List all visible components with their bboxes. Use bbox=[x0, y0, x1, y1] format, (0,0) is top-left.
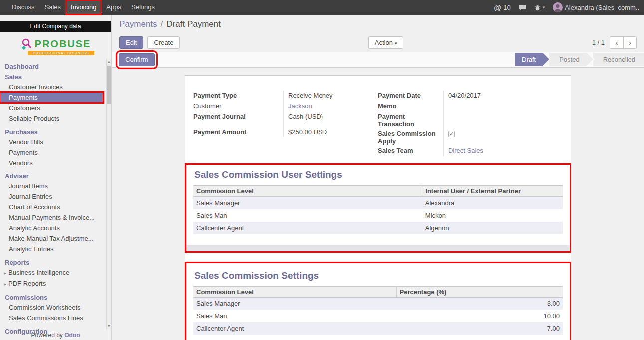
action-label: Action bbox=[375, 39, 393, 46]
debug-menu[interactable]: ▾ bbox=[534, 4, 545, 11]
menu-sales[interactable]: Sales bbox=[40, 0, 66, 15]
chevron-down-icon: ▾ bbox=[543, 5, 545, 10]
main-area: Payments / Draft Payment Edit Create Act… bbox=[112, 15, 644, 340]
user-cell[interactable]: Alexandra bbox=[422, 197, 563, 209]
customer-link[interactable]: Jackson bbox=[288, 102, 312, 110]
sidebar-item-make-manual-tax[interactable]: Make Manual Tax Adjustme... bbox=[0, 233, 111, 244]
pager-value: 1 / 1 bbox=[592, 39, 605, 46]
sidebar-item-commission-worksheets[interactable]: Commission Worksheets bbox=[0, 302, 111, 313]
sales-commission-settings-section: Sales Commission Settings Commission Lev… bbox=[185, 262, 571, 340]
sales-team-link[interactable]: Direct Sales bbox=[448, 147, 483, 154]
create-button[interactable]: Create bbox=[147, 36, 180, 49]
table-row[interactable]: Sales Manager Alexandra bbox=[193, 197, 563, 209]
sales-commission-apply-checkbox[interactable]: ✓ bbox=[448, 131, 455, 137]
breadcrumb: Payments / Draft Payment bbox=[112, 15, 644, 33]
user-menu[interactable]: Alexandra (Sales_comm.. bbox=[553, 2, 639, 12]
activity-menu[interactable]: @ 10 bbox=[494, 3, 511, 12]
sidebar-item-analytic-entries[interactable]: Analytic Entries bbox=[0, 244, 111, 254]
sidebar-item-journal-items[interactable]: Journal Items bbox=[0, 181, 111, 191]
commission-level-cell[interactable]: Sales Man bbox=[193, 310, 396, 322]
sidebar-item-chart-of-accounts[interactable]: Chart of Accounts bbox=[0, 202, 111, 212]
menu-invoicing[interactable]: Invoicing bbox=[66, 0, 101, 15]
top-navbar: Discuss Sales Invoicing Apps Settings @ … bbox=[0, 0, 644, 15]
sidebar-item-business-intelligence[interactable]: ▸Business Intelligence bbox=[0, 267, 111, 278]
percentage-cell[interactable]: 10.00 bbox=[396, 310, 563, 322]
sidebar-section-sales[interactable]: Sales bbox=[0, 73, 111, 82]
sidebar-item-customers[interactable]: Customers bbox=[0, 103, 111, 113]
sidebar-item-payments[interactable]: Payments bbox=[0, 92, 103, 103]
pager-previous-button[interactable]: ‹ bbox=[610, 36, 623, 49]
activity-count: 10 bbox=[503, 4, 510, 11]
menu-settings[interactable]: Settings bbox=[126, 0, 160, 15]
sidebar-item-dashboard[interactable]: Dashboard bbox=[0, 62, 111, 71]
commission-level-cell[interactable]: Sales Manager bbox=[193, 297, 396, 310]
sidebar-section-reports[interactable]: Reports bbox=[0, 258, 111, 267]
table-row[interactable]: Sales Man 10.00 bbox=[193, 310, 563, 322]
sidebar-section-purchases[interactable]: Purchases bbox=[0, 128, 111, 137]
percentage-cell[interactable]: 7.00 bbox=[396, 322, 563, 335]
column-header-commission-level[interactable]: Commission Level bbox=[193, 286, 396, 297]
user-settings-title: Sales Commission User Settings bbox=[194, 170, 563, 180]
commission-level-cell[interactable]: Callcenter Agent bbox=[193, 222, 422, 234]
breadcrumb-separator: / bbox=[161, 19, 163, 29]
sidebar-item-sellable-products[interactable]: Sellable Products bbox=[0, 113, 111, 124]
user-cell[interactable]: Mickon bbox=[422, 209, 563, 222]
table-header-row: Commission Level Percentage (%) bbox=[193, 286, 563, 297]
table-row[interactable]: Sales Manager 3.00 bbox=[193, 297, 563, 310]
status-draft[interactable]: Draft bbox=[515, 53, 543, 66]
commission-level-cell[interactable]: Sales Man bbox=[193, 209, 422, 222]
odoo-link[interactable]: Odoo bbox=[64, 332, 80, 339]
pager-next-button[interactable]: › bbox=[623, 36, 637, 49]
sales-commission-user-settings-section: Sales Commission User Settings Commissio… bbox=[185, 163, 571, 253]
sidebar-item-pdf-reports[interactable]: ▸PDF Reports bbox=[0, 278, 111, 289]
menu-discuss[interactable]: Discuss bbox=[7, 0, 40, 15]
percentage-cell[interactable]: 3.00 bbox=[396, 297, 563, 310]
scrollbar-thumb[interactable] bbox=[107, 66, 111, 104]
commission-level-cell[interactable]: Callcenter Agent bbox=[193, 322, 396, 335]
bug-icon bbox=[534, 4, 541, 11]
commission-level-cell[interactable]: Sales Manager bbox=[193, 197, 422, 209]
status-posted[interactable]: Posted bbox=[549, 53, 586, 66]
status-reconciled[interactable]: Reconciled bbox=[593, 53, 644, 66]
column-header-internal-user[interactable]: Internal User / External Partner bbox=[422, 186, 563, 197]
sidebar-item-manual-payments[interactable]: Manual Payments & Invoice... bbox=[0, 212, 111, 223]
scroll-down-icon[interactable]: ▼ bbox=[107, 323, 111, 329]
check-icon: ✓ bbox=[449, 131, 454, 137]
column-header-commission-level[interactable]: Commission Level bbox=[193, 186, 422, 197]
sidebar-item-customer-invoices[interactable]: Customer Invoices bbox=[0, 82, 111, 92]
user-settings-table: Commission Level Internal User / Externa… bbox=[193, 185, 563, 234]
table-row[interactable]: Callcenter Agent 7.00 bbox=[193, 322, 563, 335]
sidebar-item-vendor-bills[interactable]: Vendor Bills bbox=[0, 137, 111, 147]
avatar bbox=[553, 2, 563, 12]
sidebar-section-commissions[interactable]: Commissions bbox=[0, 293, 111, 302]
sidebar-item-sales-commissions-lines[interactable]: Sales Commissions Lines bbox=[0, 313, 111, 323]
action-dropdown-button[interactable]: Action▾ bbox=[368, 36, 404, 49]
sidebar-scrollbar[interactable]: ▲ ▼ bbox=[106, 59, 111, 329]
sidebar-item-analytic-accounts[interactable]: Analytic Accounts bbox=[0, 223, 111, 233]
edit-company-data-button[interactable]: Edit Company data bbox=[0, 21, 111, 32]
sidebar-item-journal-entries[interactable]: Journal Entries bbox=[0, 191, 111, 202]
payment-amount-value: $250.00 USD bbox=[283, 122, 378, 137]
powered-by-text: Powered by bbox=[31, 332, 62, 339]
breadcrumb-payments-link[interactable]: Payments bbox=[119, 19, 157, 29]
sidebar-item-purchase-payments[interactable]: Payments bbox=[0, 147, 111, 158]
user-cell[interactable]: Algenon bbox=[422, 222, 563, 234]
payment-type-label: Payment Type bbox=[193, 91, 283, 101]
table-row[interactable]: Callcenter Agent Algenon bbox=[193, 222, 563, 234]
scroll-up-icon[interactable]: ▲ bbox=[107, 59, 111, 65]
sidebar-item-label: PDF Reports bbox=[8, 280, 46, 287]
messages-button[interactable] bbox=[519, 4, 526, 11]
menu-apps[interactable]: Apps bbox=[101, 0, 126, 15]
chat-bubble-icon bbox=[519, 4, 526, 11]
form-view: Payment Type Receive Money Customer Jack… bbox=[112, 68, 644, 340]
commission-settings-table: Commission Level Percentage (%) Sales Ma… bbox=[193, 286, 563, 335]
table-row[interactable]: Sales Man Mickon bbox=[193, 209, 563, 222]
expand-caret-icon: ▸ bbox=[4, 281, 6, 287]
user-name: Alexandra (Sales_comm.. bbox=[565, 4, 639, 11]
confirm-button[interactable]: Confirm bbox=[119, 53, 155, 66]
edit-button[interactable]: Edit bbox=[119, 36, 143, 49]
sidebar-section-adviser[interactable]: Adviser bbox=[0, 172, 111, 181]
sidebar-item-vendors[interactable]: Vendors bbox=[0, 158, 111, 168]
column-header-percentage[interactable]: Percentage (%) bbox=[396, 286, 563, 297]
mention-icon: @ bbox=[494, 3, 501, 12]
